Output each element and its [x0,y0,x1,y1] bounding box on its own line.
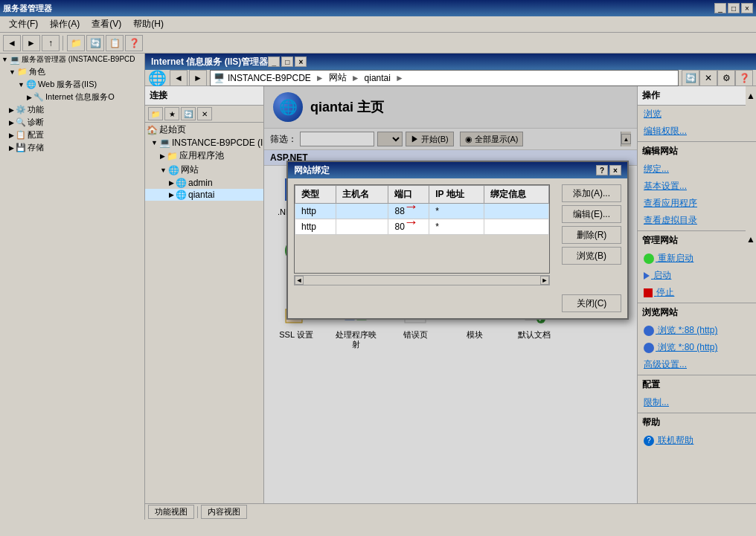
address-part1: INSTANCE-B9PCDE [228,73,311,83]
tree-item-iis-info[interactable]: ▶ 🔧 Internet 信息服务O [0,91,144,103]
status-bar: 功能视图 内容视图 [145,503,756,520]
dialog-delete-btn[interactable]: 删除(R) [562,226,621,244]
row1-binding [484,204,549,219]
iis-title-text: Internet 信息服务 (IIS)管理器 [151,56,268,68]
action-section-edit-site: 编辑网站 [638,141,756,161]
toolbar: ◄ ► ↑ 📁 🔄 📋 ❓ [0,33,756,54]
window-controls[interactable]: _ □ × [714,3,753,13]
action-section-browse-site: 浏览网站 [638,303,756,322]
action-stop[interactable]: 停止 [638,284,756,301]
address-arrow2: ► [351,73,360,83]
manage-site-collapse-btn[interactable]: ▲ [746,234,756,245]
tree-label-root: 服务器管理器 (INSTANCE-B9PCD [22,54,135,65]
table-hscroll[interactable]: ◄ ► [294,275,550,285]
tree-item-root[interactable]: ▼ 💻 服务器管理器 (INSTANCE-B9PCD [0,54,144,65]
browse-80-icon [644,343,654,353]
action-browse-88[interactable]: 浏览 *:88 (http) [638,322,756,339]
address-part3: qiantai [365,73,391,83]
toolbar-up[interactable]: ↑ [42,35,60,51]
conn-tree-admin[interactable]: ▶ 🌐 admin [145,177,263,189]
hscroll-right[interactable]: ► [540,276,549,285]
action-view-vdir[interactable]: 查看虚拟目录 [638,212,756,229]
conn-tree-qiantai[interactable]: ▶ 🌐 qiantai [145,189,263,201]
conn-btn-add[interactable]: ★ [164,107,179,120]
toolbar-separator [63,36,64,51]
menu-action[interactable]: 操作(A) [44,16,86,32]
iis-refresh-btn[interactable]: 🔄 [682,70,699,86]
hscroll-left[interactable]: ◄ [295,276,304,285]
tree-item-roles[interactable]: ▼ 📁 角色 [0,65,144,78]
action-limit[interactable]: 限制... [638,394,756,411]
tree-item-features[interactable]: ▶ ⚙️ 功能 [0,103,144,116]
toolbar-refresh[interactable]: 🔄 [86,35,104,51]
conn-tree-home-label: 起始页 [159,123,186,136]
start-icon [644,272,650,280]
conn-tree-apppool[interactable]: ▶ 📁 应用程序池 [145,149,263,163]
iis-back-btn[interactable]: ◄ [170,70,188,86]
dialog-browse-btn[interactable]: 浏览(B) [562,247,621,265]
toolbar-folder[interactable]: 📁 [67,35,85,51]
iis-minimize-btn[interactable]: _ [268,56,280,67]
close-button[interactable]: × [741,3,753,13]
dialog-edit-btn[interactable]: 编辑(E)... [562,205,621,223]
menu-bar: 文件(F) 操作(A) 查看(V) 帮助(H) [0,16,756,33]
action-view-app[interactable]: 查看应用程序 [638,195,756,212]
dialog-close-button[interactable]: 关闭(C) [562,294,621,312]
row1-type: http [295,204,336,219]
menu-view[interactable]: 查看(V) [86,16,127,32]
menu-help[interactable]: 帮助(H) [127,16,170,32]
feature-view-btn[interactable]: 功能视图 [148,505,194,519]
dialog-action-buttons: 添加(A)... 编辑(E)... 删除(R) 浏览(B) [562,184,621,285]
action-edit-perms[interactable]: 编辑权限... [638,123,756,140]
row1-ip: * [429,204,484,219]
conn-tree-home[interactable]: 🏠 起始页 [145,123,263,137]
address-bar-input[interactable]: 🖥️ INSTANCE-B9PCDE ► 网站 ► qiantai ► [210,70,679,86]
conn-tree-instance[interactable]: ▼ 💻 INSTANCE-B9PCDE (INS [145,137,263,149]
maximize-button[interactable]: □ [728,3,740,13]
table-row[interactable]: http 80 → * [295,219,549,235]
tree-label-iis-info: Internet 信息服务O [45,91,115,103]
tree-item-web-iis[interactable]: ▼ 🌐 Web 服务器(IIS) [0,78,144,91]
iis-settings-btn[interactable]: ⚙ [717,70,735,86]
dialog-close-btn[interactable]: × [609,165,621,175]
iis-maximize-btn[interactable]: □ [281,56,293,67]
action-start[interactable]: 启动 [638,267,756,284]
action-restart[interactable]: 重新启动 [638,250,756,267]
conn-tree-sites[interactable]: ▼ 🌐 网站 [145,163,263,177]
table-row[interactable]: http 88 → * [295,204,549,219]
actions-collapse-btn[interactable]: ▲ [746,91,756,101]
iis-cancel-btn[interactable]: ✕ [699,70,717,86]
tree-item-diagnose[interactable]: ▶ 🔍 诊断 [0,116,144,129]
action-online-help[interactable]: ? 联机帮助 [638,432,756,449]
conn-btn-close[interactable]: ✕ [197,107,212,120]
iis-close-btn[interactable]: × [295,56,307,67]
actions-header: 操作 [638,86,746,106]
action-bind[interactable]: 绑定... [638,161,756,178]
action-advanced-settings[interactable]: 高级设置... [638,356,756,373]
action-browse[interactable]: 浏览 [638,106,756,123]
tree-label-roles: 角色 [29,66,45,77]
iis-manager-window: Internet 信息服务 (IIS)管理器 _ □ × 🌐 ◄ ► 🖥️ IN… [145,54,756,520]
toolbar-help[interactable]: ❓ [125,35,143,51]
col-binding: 绑定信息 [484,186,549,204]
toolbar-export[interactable]: 📋 [106,35,124,51]
tree-label-diagnose: 诊断 [28,117,44,128]
conn-btn-refresh[interactable]: 🔄 [181,107,196,120]
content-view-btn[interactable]: 内容视图 [201,505,247,519]
conn-btn-folder[interactable]: 📁 [148,107,163,120]
tree-item-config[interactable]: ▶ 📋 配置 [0,129,144,141]
menu-file[interactable]: 文件(F) [3,16,44,32]
dialog-add-btn[interactable]: 添加(A)... [562,184,621,202]
action-basic-settings[interactable]: 基本设置... [638,178,756,195]
table-header-row: 类型 主机名 端口 IP 地址 绑定信息 [295,186,549,204]
iis-help-btn[interactable]: ❓ [735,70,753,86]
iis-forward-btn[interactable]: ► [189,70,207,86]
tree-item-storage[interactable]: ▶ 💾 存储 [0,141,144,154]
action-browse-80[interactable]: 浏览 *:80 (http) [638,339,756,356]
minimize-button[interactable]: _ [714,3,726,13]
col-type: 类型 [295,186,336,204]
toolbar-forward[interactable]: ► [22,35,40,51]
toolbar-back[interactable]: ◄ [3,35,21,51]
actions-panel: 操作 ▲ 浏览 编辑权限... 编辑网站 绑定... 基本设置... 查看应用程… [637,86,756,503]
dialog-help-btn[interactable]: ? [596,165,608,175]
